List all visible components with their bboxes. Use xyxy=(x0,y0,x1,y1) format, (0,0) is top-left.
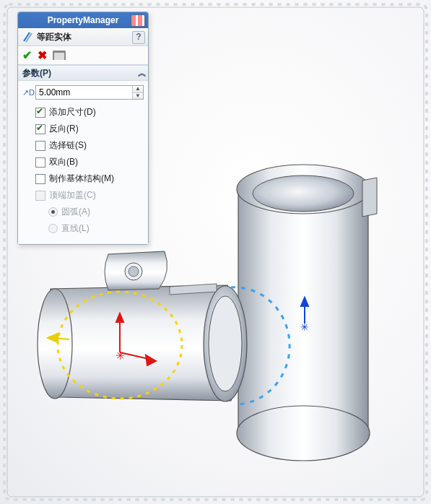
option-label: 直线(L) xyxy=(61,222,90,235)
viewport[interactable]: ✳ ✳ PropertyManager 等距实体 ? xyxy=(0,0,431,504)
spinner-down[interactable]: ▼ xyxy=(133,93,143,100)
pushpin-button[interactable] xyxy=(53,51,66,60)
panel-title: PropertyManager xyxy=(48,15,119,25)
offset-entities-icon xyxy=(22,31,34,43)
option-label: 添加尺寸(D) xyxy=(49,106,96,118)
option-select-chain[interactable]: 选择链(S) xyxy=(22,137,144,154)
option-label: 选择链(S) xyxy=(49,139,87,152)
option-arcs: 圆弧(A) xyxy=(22,204,144,220)
feature-title: 等距实体 xyxy=(37,31,71,43)
option-lines: 直线(L) xyxy=(22,220,144,237)
option-label: 双向(B) xyxy=(49,156,78,168)
option-label: 圆弧(A) xyxy=(61,206,90,218)
checkbox-icon xyxy=(35,174,45,184)
option-label: 顶端加盖(C) xyxy=(49,189,96,201)
option-reverse[interactable]: 反向(R) xyxy=(22,121,144,137)
distance-spinner: ▲ ▼ xyxy=(132,86,143,99)
svg-point-9 xyxy=(129,266,139,277)
checkbox-icon xyxy=(35,141,45,151)
checkbox-icon xyxy=(35,157,45,168)
radio-icon xyxy=(48,224,58,233)
parameters-body: ↗D 5.00mm ▲ ▼ 添加尺寸(D) 反向(R) 选择链( xyxy=(18,81,148,244)
option-add-dimensions[interactable]: 添加尺寸(D) xyxy=(22,104,144,121)
option-cap-ends: 顶端加盖(C) xyxy=(22,187,144,204)
checkbox-icon xyxy=(35,124,45,134)
svg-text:✳: ✳ xyxy=(116,349,125,362)
cancel-button[interactable]: ✖ xyxy=(38,48,47,62)
confirm-row: ✔ ✖ xyxy=(18,46,148,65)
ok-button[interactable]: ✔ xyxy=(22,48,32,62)
parameters-header[interactable]: 参数(P) ︽ xyxy=(18,65,148,81)
palette-icon[interactable] xyxy=(131,14,145,27)
svg-point-4 xyxy=(237,406,370,461)
offset-distance-row: ↗D 5.00mm ▲ ▼ xyxy=(22,85,144,100)
parameters-label: 参数(P) xyxy=(22,67,51,79)
collapse-icon: ︽ xyxy=(138,67,144,79)
checkbox-icon xyxy=(35,191,45,201)
distance-input[interactable]: 5.00mm ▲ ▼ xyxy=(35,85,144,100)
option-base-construction[interactable]: 制作基体结构(M) xyxy=(22,170,144,187)
property-manager-panel: PropertyManager 等距实体 ? ✔ ✖ 参数(P) ︽ ↗D xyxy=(17,12,149,245)
svg-text:✳: ✳ xyxy=(300,321,309,333)
distance-value[interactable]: 5.00mm xyxy=(36,86,132,99)
svg-point-5 xyxy=(38,289,72,399)
help-button[interactable]: ? xyxy=(132,31,145,44)
checkbox-icon xyxy=(35,108,45,118)
distance-icon: ↗D xyxy=(22,88,35,97)
feature-header: 等距实体 ? xyxy=(18,28,148,46)
option-bidirectional[interactable]: 双向(B) xyxy=(22,154,144,170)
panel-title-bar: PropertyManager xyxy=(18,12,148,28)
svg-point-7 xyxy=(209,296,242,391)
svg-point-3 xyxy=(253,175,354,212)
option-label: 制作基体结构(M) xyxy=(49,173,114,185)
option-label: 反向(R) xyxy=(49,123,79,135)
radio-icon xyxy=(48,207,58,217)
